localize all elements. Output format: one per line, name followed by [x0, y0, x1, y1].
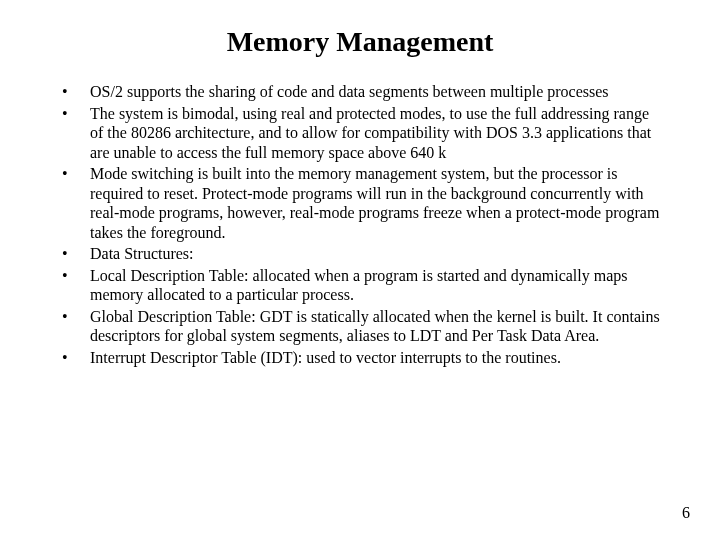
bullet-text: Interrupt Descriptor Table (IDT): used t…: [90, 349, 561, 366]
bullet-text: OS/2 supports the sharing of code and da…: [90, 83, 609, 100]
list-item: OS/2 supports the sharing of code and da…: [56, 82, 664, 102]
slide-content: OS/2 supports the sharing of code and da…: [0, 70, 720, 367]
bullet-text: Global Description Table: GDT is statica…: [90, 308, 660, 345]
page-number: 6: [682, 504, 690, 522]
bullet-text: Mode switching is built into the memory …: [90, 165, 659, 241]
slide-title: Memory Management: [0, 0, 720, 70]
list-item: Mode switching is built into the memory …: [56, 164, 664, 242]
bullet-text: Local Description Table: allocated when …: [90, 267, 628, 304]
list-item: Global Description Table: GDT is statica…: [56, 307, 664, 346]
bullet-list: OS/2 supports the sharing of code and da…: [56, 82, 664, 367]
list-item: The system is bimodal, using real and pr…: [56, 104, 664, 163]
list-item: Data Structures:: [56, 244, 664, 264]
list-item: Local Description Table: allocated when …: [56, 266, 664, 305]
bullet-text: Data Structures:: [90, 245, 194, 262]
list-item: Interrupt Descriptor Table (IDT): used t…: [56, 348, 664, 368]
bullet-text: The system is bimodal, using real and pr…: [90, 105, 651, 161]
slide: Memory Management OS/2 supports the shar…: [0, 0, 720, 540]
